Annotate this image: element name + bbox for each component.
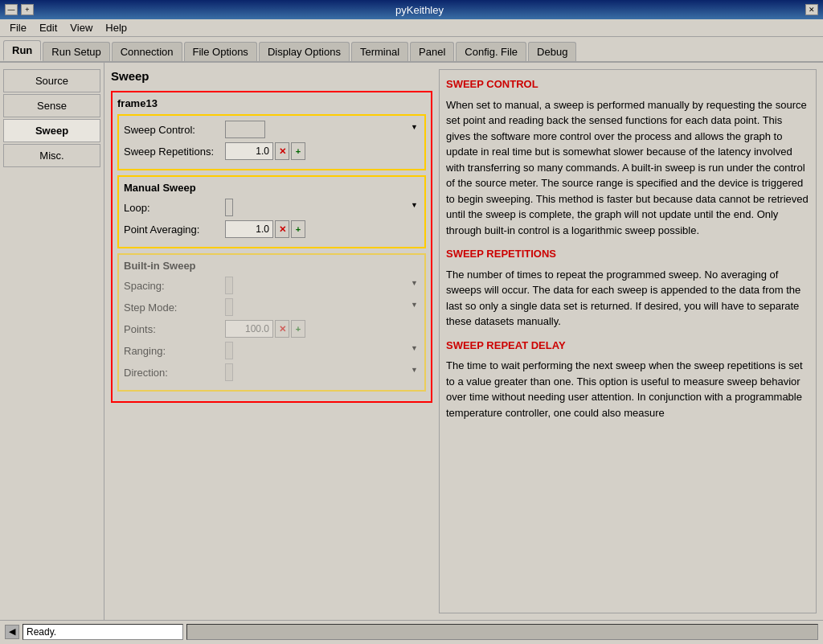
tab-run-setup[interactable]: Run Setup: [43, 42, 109, 61]
manual-sweep-frame: Manual Sweep Loop: Point Averaging:: [117, 175, 426, 248]
tab-panel[interactable]: Panel: [410, 42, 454, 61]
manual-sweep-title: Manual Sweep: [124, 182, 196, 194]
spacing-row: Spacing:: [124, 277, 420, 294]
points-plus[interactable]: +: [291, 320, 305, 338]
step-mode-label: Step Mode:: [124, 301, 220, 314]
status-right: [186, 624, 818, 640]
spacing-select[interactable]: [225, 277, 233, 294]
status-bar: ◀ Ready.: [0, 620, 823, 642]
status-text: Ready.: [23, 624, 183, 640]
loop-select[interactable]: [225, 199, 233, 216]
direction-label: Direction:: [124, 367, 220, 379]
tab-config-file[interactable]: Config. File: [456, 42, 526, 61]
point-averaging-spinner: ✕ +: [225, 220, 305, 238]
menu-help[interactable]: Help: [99, 20, 133, 35]
help-text-2: The time to wait performing the next swe…: [446, 358, 809, 420]
menu-edit[interactable]: Edit: [33, 20, 63, 35]
title-bar-left: — +: [5, 4, 34, 15]
sidebar: Source Sense Sweep Misc.: [0, 63, 104, 620]
ranging-row: Ranging:: [124, 342, 420, 359]
points-row: Points: ✕ +: [124, 320, 420, 338]
point-averaging-row: Point Averaging: ✕ +: [124, 220, 420, 238]
form-section: Sweep frame13 Sweep Control: Manual Buil…: [111, 69, 432, 613]
spacing-select-wrapper: [225, 277, 420, 294]
points-spinner: ✕ +: [225, 320, 305, 338]
spacing-label: Spacing:: [124, 280, 220, 292]
help-text-panel: SWEEP CONTROL When set to manual, a swee…: [439, 69, 817, 613]
tab-connection[interactable]: Connection: [112, 42, 182, 61]
direction-select[interactable]: [225, 363, 233, 381]
sweep-control-label: Sweep Control:: [124, 124, 220, 136]
sidebar-item-sense[interactable]: Sense: [3, 94, 100, 117]
close-button[interactable]: ✕: [805, 4, 818, 15]
sidebar-item-sweep[interactable]: Sweep: [3, 119, 100, 142]
step-mode-select[interactable]: [225, 298, 233, 316]
window-title: pyKeithley: [395, 4, 444, 16]
help-text-1: The number of times to repeat the progra…: [446, 267, 809, 330]
loop-select-wrapper: [225, 199, 420, 216]
point-averaging-plus[interactable]: +: [291, 220, 305, 238]
ranging-select-wrapper: [225, 342, 420, 359]
sweep-control-select[interactable]: Manual Built-in: [225, 121, 265, 138]
sidebar-item-misc[interactable]: Misc.: [3, 144, 100, 167]
tab-file-options[interactable]: File Options: [184, 42, 257, 61]
loop-label: Loop:: [124, 202, 220, 214]
step-mode-select-wrapper: [225, 298, 420, 316]
points-input[interactable]: [225, 320, 273, 338]
points-label: Points:: [124, 323, 220, 335]
maximize-button[interactable]: +: [21, 4, 34, 15]
sweep-repetitions-input[interactable]: [225, 142, 273, 160]
help-text-0: When set to manual, a sweep is performed…: [446, 97, 809, 239]
ranging-select[interactable]: [225, 342, 233, 359]
menu-bar: File Edit View Help: [0, 19, 823, 37]
sweep-control-select-wrapper: Manual Built-in: [225, 121, 420, 138]
sweep-control-frame: Sweep Control: Manual Built-in Sweep Rep…: [117, 114, 426, 170]
frame-label: frame13: [117, 97, 426, 109]
frame-red: frame13 Sweep Control: Manual Built-in: [111, 91, 432, 403]
tab-display-options[interactable]: Display Options: [259, 42, 350, 61]
direction-select-wrapper: [225, 363, 420, 381]
tab-debug[interactable]: Debug: [528, 42, 576, 61]
menu-file[interactable]: File: [3, 20, 33, 35]
section-title: Sweep: [111, 69, 432, 83]
point-averaging-input[interactable]: [225, 220, 273, 238]
sidebar-item-source[interactable]: Source: [3, 69, 100, 92]
sweep-repetitions-plus[interactable]: +: [291, 142, 305, 160]
sweep-repetitions-row: Sweep Repetitions: ✕ +: [124, 142, 420, 160]
help-heading-0: SWEEP CONTROL: [446, 76, 809, 92]
direction-row: Direction:: [124, 363, 420, 381]
status-icon: ◀: [5, 625, 19, 639]
sweep-repetitions-spinner: ✕ +: [225, 142, 305, 160]
ranging-label: Ranging:: [124, 345, 220, 357]
title-controls: ✕: [805, 4, 818, 15]
sweep-repetitions-minus[interactable]: ✕: [275, 142, 289, 160]
menu-view[interactable]: View: [63, 20, 99, 35]
sweep-control-row: Sweep Control: Manual Built-in: [124, 121, 420, 138]
help-heading-2: SWEEP REPEAT DELAY: [446, 338, 809, 354]
point-averaging-minus[interactable]: ✕: [275, 220, 289, 238]
sweep-repetitions-label: Sweep Repetitions:: [124, 146, 220, 158]
content-panel: Sweep frame13 Sweep Control: Manual Buil…: [104, 63, 823, 620]
main-content: Source Sense Sweep Misc. Sweep frame13 S…: [0, 63, 823, 620]
title-bar: — + pyKeithley ✕: [0, 0, 823, 19]
minimize-button[interactable]: —: [5, 4, 18, 15]
step-mode-row: Step Mode:: [124, 298, 420, 316]
builtin-sweep-title: Built-in Sweep: [124, 260, 196, 272]
builtin-sweep-frame: Built-in Sweep Spacing: Step Mode:: [117, 253, 426, 392]
tab-run[interactable]: Run: [3, 40, 41, 61]
point-averaging-label: Point Averaging:: [124, 224, 220, 236]
tab-bar: Run Run Setup Connection File Options Di…: [0, 37, 823, 63]
tab-terminal[interactable]: Terminal: [351, 42, 408, 61]
points-minus[interactable]: ✕: [275, 320, 289, 338]
help-heading-1: SWEEP REPETITIONS: [446, 246, 809, 262]
loop-row: Loop:: [124, 199, 420, 216]
